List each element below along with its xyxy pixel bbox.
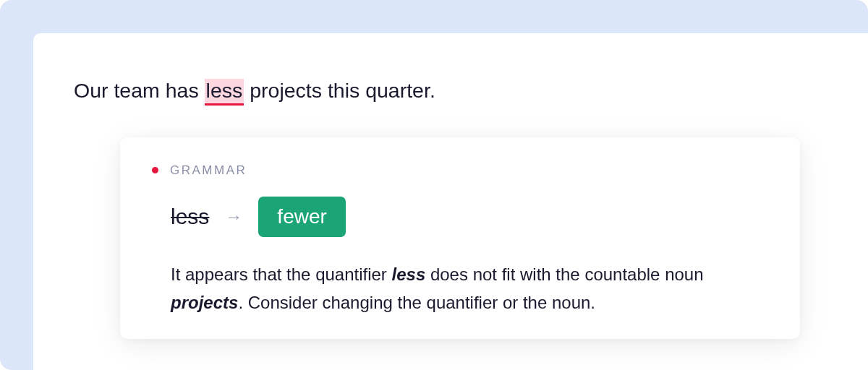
explanation-part2: does not fit with the countable noun (425, 264, 703, 284)
error-highlight[interactable]: less (205, 79, 244, 106)
suggestion-card: GRAMMAR less → fewer It appears that the… (120, 137, 800, 339)
category-label: GRAMMAR (170, 163, 247, 178)
arrow-right-icon: → (225, 207, 242, 227)
explanation-part1: It appears that the quantifier (171, 264, 392, 284)
explanation-word1: less (392, 264, 426, 284)
document-panel: Our team has less projects this quarter.… (33, 33, 868, 370)
document-sentence[interactable]: Our team has less projects this quarter. (74, 77, 827, 106)
card-header: GRAMMAR (152, 163, 768, 178)
explanation-word2: projects (171, 293, 238, 312)
original-word: less (171, 205, 209, 229)
app-frame: Our team has less projects this quarter.… (0, 0, 868, 370)
sentence-before: Our team has (74, 79, 205, 102)
sentence-after: projects this quarter. (244, 79, 435, 102)
explanation-text: It appears that the quantifier less does… (171, 260, 768, 317)
correction-row: less → fewer (171, 197, 768, 237)
explanation-part3: . Consider changing the quantifier or th… (238, 293, 595, 312)
suggestion-chip[interactable]: fewer (258, 197, 345, 237)
category-dot-icon (152, 167, 158, 173)
